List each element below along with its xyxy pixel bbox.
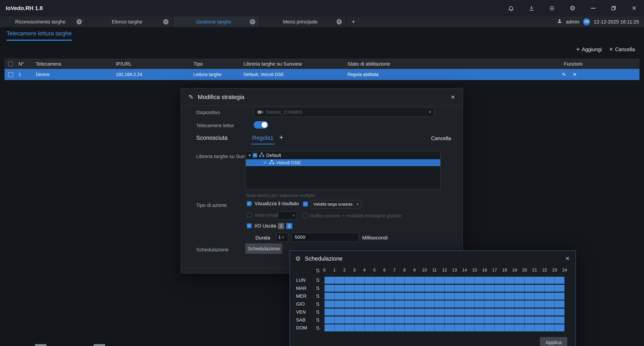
schedule-cell[interactable] [365, 285, 375, 292]
schedule-cell[interactable] [505, 285, 515, 292]
schedule-cell[interactable] [375, 300, 385, 308]
schedule-cell[interactable] [555, 277, 565, 284]
schedule-cell[interactable] [375, 293, 385, 300]
schedule-cell[interactable] [555, 300, 565, 308]
schedule-cell[interactable] [414, 300, 425, 308]
tree-node-default[interactable]: ▾ ✓ Default [246, 152, 440, 159]
tab-close-icon[interactable]: ✕ [336, 19, 342, 24]
tree-node-veicoli-dse[interactable]: ✓ Veicoli DSE [246, 159, 440, 166]
schedule-cell[interactable] [385, 324, 395, 332]
schedule-cell[interactable] [335, 285, 345, 292]
schedule-cell[interactable] [395, 316, 405, 324]
schedule-cell[interactable] [475, 316, 485, 324]
schedule-cell[interactable] [324, 324, 335, 332]
schedule-cell[interactable] [435, 277, 445, 284]
schedule-cell[interactable] [435, 285, 445, 292]
schedule-cell[interactable] [445, 293, 455, 300]
schedule-cell[interactable] [475, 308, 485, 316]
schedule-cell[interactable] [425, 293, 435, 300]
schedule-cell[interactable] [445, 285, 455, 292]
schedule-cell[interactable] [465, 316, 475, 324]
tab-close-icon[interactable]: ✕ [76, 19, 82, 24]
schedule-cell[interactable] [525, 308, 535, 316]
schedule-cell[interactable] [435, 300, 445, 308]
schedule-cell[interactable] [525, 316, 535, 324]
schedule-cell[interactable] [484, 300, 495, 308]
schedule-cell[interactable] [385, 308, 395, 316]
chart-checkbox-unchecked[interactable] [303, 213, 308, 218]
schedule-cell[interactable] [324, 316, 335, 324]
menu-icon[interactable] [548, 4, 556, 12]
schedule-cell[interactable] [515, 293, 525, 300]
schedule-cell[interactable] [395, 300, 405, 308]
row-select-icon[interactable] [316, 302, 320, 306]
schedule-cell[interactable] [534, 308, 545, 316]
user-name[interactable]: admin [566, 19, 580, 25]
schedule-cell[interactable] [324, 308, 335, 316]
schedule-cell[interactable] [345, 316, 355, 324]
schedule-cell[interactable] [445, 300, 455, 308]
schedule-cell[interactable] [425, 316, 435, 324]
schedule-cell[interactable] [534, 316, 545, 324]
schedule-cell[interactable] [534, 300, 545, 308]
schedule-cell[interactable] [425, 324, 435, 332]
schedule-cell[interactable] [375, 277, 385, 284]
schedule-cell[interactable] [475, 324, 485, 332]
schedule-cell[interactable] [495, 316, 505, 324]
show-result-option[interactable]: ✓ Visualizza il risultato [247, 201, 299, 206]
schedule-cell[interactable] [555, 285, 565, 292]
schedule-cell[interactable] [495, 300, 505, 308]
schedule-cell[interactable] [335, 277, 345, 284]
schedule-cell[interactable] [335, 324, 345, 332]
schedule-cell[interactable] [534, 324, 545, 332]
schedule-cell[interactable] [455, 300, 465, 308]
schedule-cell[interactable] [335, 293, 345, 300]
schedule-cell[interactable] [414, 285, 425, 292]
schedule-cell[interactable] [435, 324, 445, 332]
header-checkbox[interactable] [8, 62, 13, 66]
schedule-cell[interactable] [365, 316, 375, 324]
schedule-cell[interactable] [545, 308, 555, 316]
schedule-cell[interactable] [385, 277, 395, 284]
schedule-cell[interactable] [465, 324, 475, 332]
schedule-cell[interactable] [324, 277, 335, 284]
schedule-cell[interactable] [355, 308, 365, 316]
schedule-close-icon[interactable]: ✕ [565, 256, 570, 262]
schedule-cell[interactable] [355, 293, 365, 300]
edit-row-icon[interactable]: ✎ [562, 72, 566, 77]
schedule-cell[interactable] [345, 277, 355, 284]
schedule-cell[interactable] [365, 308, 375, 316]
send-email-option[interactable]: Invia email [247, 212, 278, 218]
schedule-cell[interactable] [405, 285, 415, 292]
schedule-cell[interactable] [324, 285, 335, 292]
schedule-cell[interactable] [545, 293, 555, 300]
schedule-cell[interactable] [495, 308, 505, 316]
schedule-row[interactable] [324, 285, 565, 292]
schedule-cell[interactable] [395, 308, 405, 316]
row-select-icon[interactable] [316, 286, 320, 291]
schedule-row[interactable] [324, 324, 565, 332]
tree-checkbox-checked[interactable]: ✓ [263, 160, 267, 165]
tab-close-icon[interactable]: ✕ [163, 19, 169, 24]
schedule-cell[interactable] [425, 285, 435, 292]
io-output-2-button[interactable]: 2 [286, 223, 292, 229]
schedule-cell[interactable] [355, 300, 365, 308]
schedule-cell[interactable] [484, 316, 495, 324]
schedule-cell[interactable] [475, 285, 485, 292]
maximize-restore-button[interactable] [610, 4, 618, 12]
schedule-cell[interactable] [495, 277, 505, 284]
select-all-icon[interactable] [316, 268, 320, 273]
email-select[interactable]: ▾ [278, 212, 297, 220]
delete-row-icon[interactable]: ✕ [572, 72, 577, 77]
schedule-cell[interactable] [455, 308, 465, 316]
row-select-icon[interactable] [316, 318, 320, 322]
schedule-cell[interactable] [495, 293, 505, 300]
schedule-cell[interactable] [525, 277, 535, 284]
schedule-cell[interactable] [455, 285, 465, 292]
schedule-cell[interactable] [505, 277, 515, 284]
schedule-cell[interactable] [445, 316, 455, 324]
schedule-row[interactable] [324, 293, 565, 300]
schedule-cell[interactable] [425, 308, 435, 316]
schedule-cell[interactable] [345, 293, 355, 300]
schedule-cell[interactable] [515, 308, 525, 316]
